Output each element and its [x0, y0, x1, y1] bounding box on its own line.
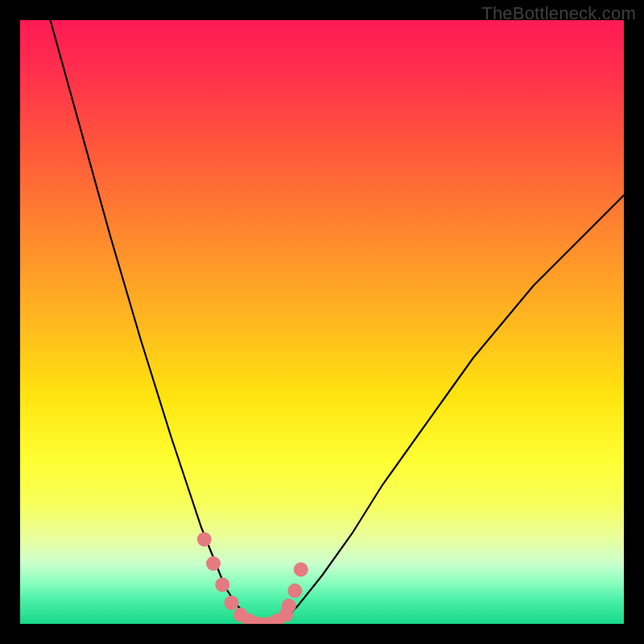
plot-area [20, 20, 624, 624]
chart-stage: TheBottleneck.com [0, 0, 644, 644]
marker-dot [294, 563, 308, 577]
marker-dot [215, 577, 229, 592]
bottleneck-curve [51, 20, 625, 624]
marker-dot [287, 584, 302, 598]
marker-dot [206, 556, 221, 571]
near-optimum-markers [197, 532, 308, 624]
marker-dot [282, 599, 296, 613]
curve-layer [20, 20, 624, 624]
marker-dot [197, 532, 212, 547]
watermark-text: TheBottleneck.com [481, 3, 636, 24]
marker-dot [225, 596, 239, 610]
